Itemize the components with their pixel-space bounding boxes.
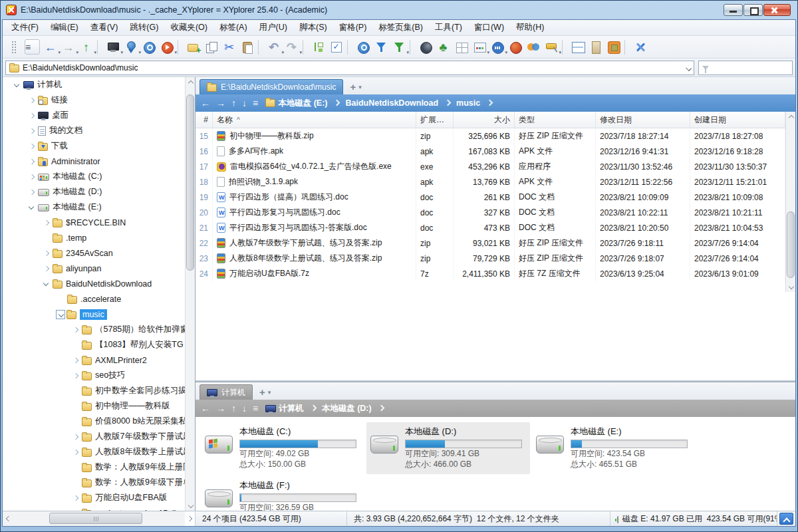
forward-button[interactable]: → ▾	[59, 38, 77, 56]
expander-icon[interactable]	[70, 325, 80, 334]
column-size[interactable]: 大小	[454, 112, 515, 128]
pane-down-button[interactable]: ↓	[242, 98, 247, 108]
new-tab-button[interactable]: +	[259, 386, 265, 398]
file-name-cell[interactable]: 平行四边形复习与巩固练习.doc	[213, 205, 416, 220]
color-filter-button[interactable]	[524, 38, 542, 56]
人教版8年级数学上册试题、练习及答案.zip[interactable]: 23 人教版8年级数学上册试题、练习及答案.zip zip 79,729 KB …	[196, 251, 785, 266]
column-modified[interactable]: 修改日期	[596, 112, 690, 128]
tags-button[interactable]: ▾	[488, 38, 506, 56]
column-num[interactable]: #	[196, 112, 213, 128]
expander-icon[interactable]	[27, 203, 37, 212]
breadcrumb-item[interactable]: BaiduNetdiskDownload	[345, 98, 456, 108]
menu-window[interactable]: 窗口(W)	[468, 20, 510, 35]
file-name-cell[interactable]: 万能启动U盘FBA版.7z	[213, 266, 416, 281]
breadcrumb-item[interactable]: 本地磁盘 (D:)	[322, 403, 390, 414]
tree-item[interactable]: .temp	[3, 230, 185, 245]
万能启动U盘FBA版.7z[interactable]: 24 万能启动U盘FBA版.7z 7z 2,411,350 KB 好压 7Z 压…	[196, 266, 785, 281]
pane-menu-button[interactable]: ≡	[253, 98, 258, 108]
paste-button[interactable]	[238, 38, 256, 56]
expander-icon[interactable]	[70, 493, 80, 503]
file-name-cell[interactable]: 平行四边形（提高）巩固练习.doc	[213, 190, 416, 205]
tree-item[interactable]: aliyunpan	[3, 261, 185, 276]
本地磁盘 (D:)[interactable]: 本地磁盘 (D:) 可用空间: 309.41 GB 总大小: 466.00 GB	[366, 422, 530, 474]
tree-item[interactable]: 链接	[3, 92, 185, 108]
tools-button[interactable]	[631, 38, 649, 56]
tree-item[interactable]: AXMLPrinter2	[3, 352, 185, 368]
quick-filter-button[interactable]: ▾	[390, 38, 408, 56]
tree-item[interactable]: 初中物理——教科版	[3, 398, 185, 414]
file-name-cell[interactable]: 雷电模拟器64位_v4.0.72.1_去广告绿色版.exe	[213, 159, 416, 174]
dual-pane-button[interactable]	[569, 38, 587, 56]
filter-button[interactable]	[372, 38, 390, 56]
tree-item[interactable]: 我的文档	[3, 123, 185, 138]
scroll-down-button[interactable]	[186, 501, 196, 511]
dark-mode-button[interactable]	[416, 38, 434, 56]
expander-icon[interactable]	[27, 111, 37, 120]
close-button[interactable]	[763, 4, 791, 16]
pane-back-button[interactable]: ←	[201, 403, 210, 414]
checkbox-select-button[interactable]	[327, 38, 345, 56]
expander-icon[interactable]	[70, 340, 80, 350]
file-name-cell[interactable]: 拍照识物_3.1.9.apk	[213, 174, 416, 190]
人教版7年级数学下册试题、练习及答案.zip[interactable]: 22 人教版7年级数学下册试题、练习及答案.zip zip 93,021 KB …	[196, 235, 785, 251]
scroll-right-button[interactable]	[185, 511, 195, 526]
main-menu-button[interactable]: ≡	[25, 39, 40, 55]
本地磁盘 (C:)[interactable]: 本地磁盘 (C:) 可用空间: 49.02 GB 总大小: 150.00 GB	[201, 422, 364, 474]
tree-item[interactable]: 2345AvScan	[3, 245, 185, 261]
mini-tree-button[interactable]	[604, 38, 622, 56]
tree-item[interactable]: 人教版7年级数学下册试题	[3, 429, 185, 444]
expander-icon[interactable]	[70, 509, 80, 511]
expander-icon[interactable]	[41, 233, 51, 243]
new-tab-button[interactable]: +	[350, 81, 356, 92]
tree-item[interactable]: Administrator	[3, 154, 185, 169]
pane-up-button[interactable]: ↑	[231, 403, 236, 414]
tree-item[interactable]: 人教版8年级数学上册试题	[3, 444, 185, 460]
find-files-button[interactable]	[354, 38, 372, 56]
minimize-button[interactable]	[724, 4, 743, 16]
filter-input[interactable]	[698, 61, 793, 75]
tree-scrollbar[interactable]	[185, 77, 195, 511]
平行四边形复习与巩固练习-答案版.doc[interactable]: 21 平行四边形复习与巩固练习-答案版.doc doc 473 KB DOC 文…	[196, 220, 785, 235]
chevron-down-icon[interactable]	[686, 65, 692, 71]
title-bar[interactable]: E:\BaiduNetdiskDownload\music - ._cache_…	[2, 1, 796, 19]
ball-button[interactable]	[506, 38, 524, 56]
column-name[interactable]: 名称^	[213, 112, 416, 128]
file-name-cell[interactable]: 人教版8年级数学上册试题、练习及答案.zip	[213, 251, 416, 266]
expander-icon[interactable]	[70, 417, 80, 426]
column-created[interactable]: 创建日期	[690, 112, 785, 128]
tree-item[interactable]: music	[3, 307, 185, 322]
scroll-up-button[interactable]	[186, 77, 196, 87]
expander-icon[interactable]	[70, 386, 80, 396]
scroll-thumb[interactable]	[186, 94, 194, 271]
show-desktop-button[interactable]: ▾	[104, 38, 122, 56]
breadcrumb-item[interactable]: 本地磁盘 (E:)	[278, 98, 345, 109]
list-scrollbar[interactable]	[785, 112, 795, 292]
file-name-cell[interactable]: 初中物理——教科版.zip	[213, 128, 416, 144]
expander-icon[interactable]	[41, 218, 51, 227]
cut-button[interactable]: ✂	[220, 38, 238, 56]
expander-icon[interactable]	[70, 356, 80, 365]
goto-button[interactable]: ▾	[158, 38, 176, 56]
expander-icon[interactable]	[70, 402, 80, 411]
tree-item[interactable]: seo技巧	[3, 368, 185, 383]
expander-icon[interactable]	[27, 188, 37, 197]
拍照识物_3.1.9.apk[interactable]: 18 拍照识物_3.1.9.apk apk 13,769 KB APK 文件 2…	[196, 174, 785, 190]
pane-down-button[interactable]: ↓	[242, 403, 247, 414]
tab-list-button[interactable]: ▾	[358, 84, 362, 90]
tree-item[interactable]: 桌面	[3, 108, 185, 123]
tab-music[interactable]: E:\BaiduNetdiskDownload\music	[200, 79, 343, 94]
expander-icon[interactable]	[70, 371, 80, 380]
tree-item[interactable]: 下载	[3, 138, 185, 154]
tree-item[interactable]: BaiduNetdiskDownload	[3, 276, 185, 291]
expander-icon[interactable]	[70, 432, 80, 442]
menu-tags[interactable]: 标签(A)	[213, 20, 253, 35]
scroll-thumb[interactable]	[49, 513, 142, 524]
expander-icon[interactable]	[27, 96, 37, 105]
breadcrumb-item[interactable]: music	[456, 98, 498, 108]
雷电模拟器64位_v4.0.72.1_去广告绿色版.exe[interactable]: 17 雷电模拟器64位_v4.0.72.1_去广告绿色版.exe exe 453…	[196, 159, 785, 174]
menu-tools[interactable]: 工具(T)	[429, 20, 468, 35]
expander-icon[interactable]	[70, 448, 80, 457]
expander-icon[interactable]	[27, 157, 37, 166]
menu-user[interactable]: 用户(U)	[253, 20, 293, 35]
details-view-button[interactable]: ▾	[470, 38, 488, 56]
